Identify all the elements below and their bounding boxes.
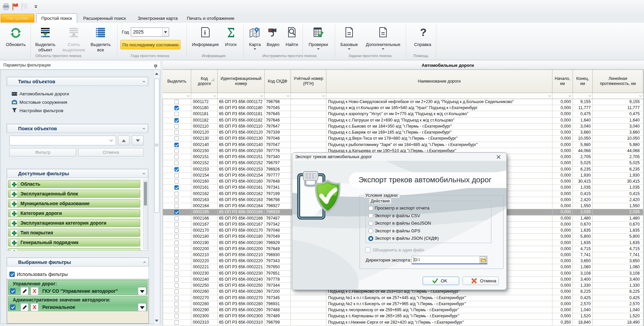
svg-text:?: ? [420, 27, 427, 38]
svg-text:i: i [204, 29, 206, 36]
